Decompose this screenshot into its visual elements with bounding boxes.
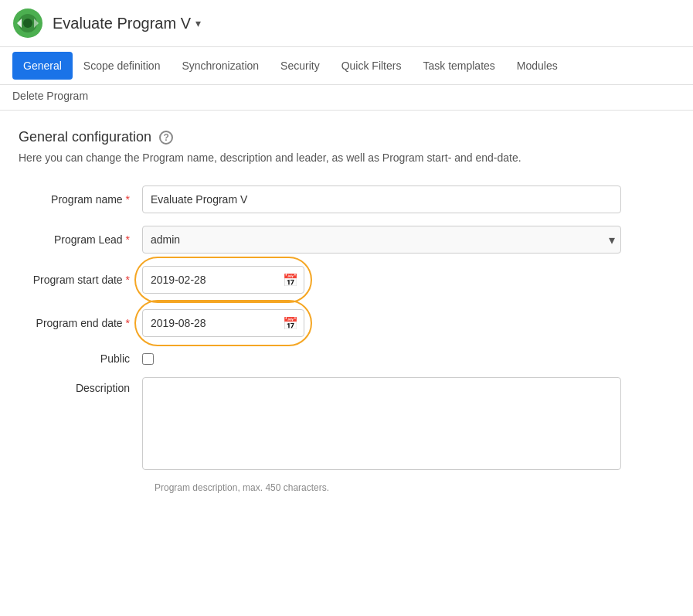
program-name-row: Program name * [19, 185, 674, 213]
main-content: General configuration ? Here you can cha… [0, 111, 693, 512]
program-name-label: Program name * [19, 193, 142, 206]
program-lead-row: Program Lead * admin user1 user2 ▾ [19, 226, 674, 254]
end-date-input[interactable] [142, 309, 304, 337]
tab-task-templates[interactable]: Task templates [412, 52, 505, 80]
delete-program-link[interactable]: Delete Program [12, 90, 88, 102]
description-label: Description [19, 377, 142, 394]
end-date-required: * [126, 317, 130, 329]
start-date-required: * [126, 274, 130, 286]
public-checkbox[interactable] [142, 353, 154, 365]
description-textarea[interactable] [142, 377, 621, 470]
public-label: Public [19, 352, 142, 365]
nav-tabs: General Scope definition Synchronization… [0, 47, 693, 85]
description-row: Description [19, 377, 674, 470]
tab-synchronization[interactable]: Synchronization [171, 52, 270, 80]
program-end-date-row: Program end date * 📅 [19, 309, 674, 337]
app-logo [12, 8, 43, 39]
tab-security[interactable]: Security [270, 52, 331, 80]
start-calendar-icon[interactable]: 📅 [283, 273, 298, 288]
tab-modules[interactable]: Modules [506, 52, 569, 80]
section-title: General configuration ? [19, 129, 674, 145]
title-dropdown-icon[interactable]: ▾ [195, 17, 201, 29]
title-text: Evaluate Program V [53, 15, 191, 32]
end-calendar-icon[interactable]: 📅 [283, 316, 298, 331]
section-title-text: General configuration [19, 129, 151, 145]
form-container: Program name * Program Lead * admin user… [19, 185, 674, 493]
start-date-wrapper: 📅 [142, 266, 304, 294]
tab-scope-definition[interactable]: Scope definition [73, 52, 172, 80]
program-lead-select[interactable]: admin user1 user2 [142, 226, 621, 254]
char-hint: Program description, max. 450 characters… [155, 482, 674, 493]
svg-point-2 [23, 19, 32, 28]
start-date-input[interactable] [142, 266, 304, 294]
delete-row: Delete Program [0, 85, 693, 111]
program-start-date-row: Program start date * 📅 [19, 266, 674, 294]
tab-quick-filters[interactable]: Quick Filters [331, 52, 413, 80]
program-lead-required: * [126, 233, 130, 246]
start-date-label: Program start date * [19, 274, 142, 286]
page-title: Evaluate Program V ▾ [53, 15, 201, 32]
tab-general[interactable]: General [12, 52, 73, 80]
program-name-required: * [126, 193, 130, 206]
end-date-wrapper: 📅 [142, 309, 304, 337]
end-date-label: Program end date * [19, 317, 142, 329]
program-lead-label: Program Lead * [19, 233, 142, 246]
app-header: Evaluate Program V ▾ [0, 0, 693, 47]
end-date-highlight: 📅 [142, 309, 304, 337]
program-lead-select-wrapper: admin user1 user2 ▾ [142, 226, 621, 254]
section-description: Here you can change the Program name, de… [19, 151, 674, 164]
start-date-highlight: 📅 [142, 266, 304, 294]
help-icon[interactable]: ? [159, 131, 173, 145]
public-row: Public [19, 352, 674, 365]
program-name-input[interactable] [142, 185, 621, 213]
